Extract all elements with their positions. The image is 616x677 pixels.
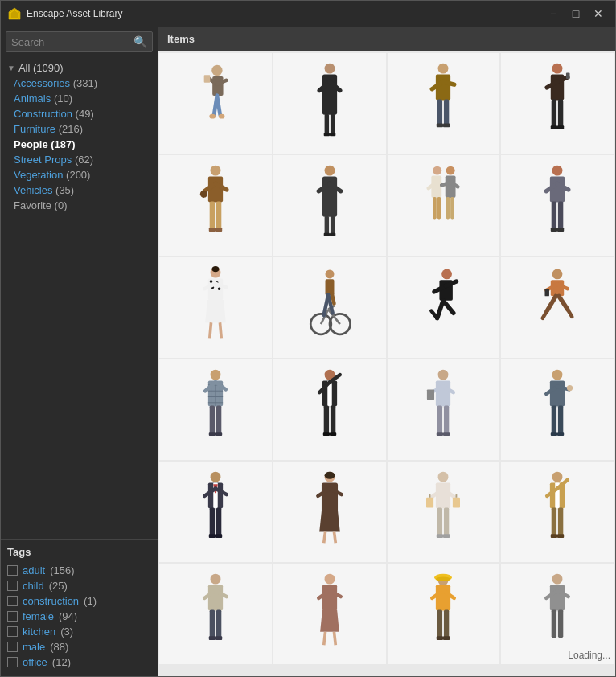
search-icon: 🔍 — [133, 35, 147, 48]
item-22[interactable] — [273, 564, 386, 664]
svg-line-84 — [220, 322, 221, 338]
svg-line-171 — [334, 532, 335, 544]
arrow-icon: ▼ — [7, 64, 15, 72]
tag-construction-checkbox[interactable] — [7, 596, 18, 606]
item-5[interactable] — [159, 155, 272, 256]
content-header: Items — [158, 27, 615, 51]
item-20[interactable] — [501, 462, 614, 562]
item-12[interactable] — [501, 257, 614, 358]
category-label: Accessories — [14, 77, 70, 89]
svg-line-109 — [543, 311, 547, 318]
item-3[interactable] — [388, 53, 500, 154]
svg-marker-169 — [319, 511, 340, 531]
tag-male-checkbox[interactable] — [7, 642, 18, 652]
svg-point-102 — [552, 269, 563, 280]
svg-point-154 — [210, 472, 220, 482]
person-figure-23 — [419, 572, 467, 656]
svg-rect-162 — [209, 534, 216, 538]
item-24[interactable]: Loading... — [501, 564, 614, 664]
category-vehicles[interactable]: Vehicles (35) — [1, 183, 158, 198]
svg-point-165 — [324, 472, 335, 479]
svg-rect-134 — [322, 432, 329, 436]
tag-female[interactable]: female (94) — [7, 609, 151, 624]
item-18[interactable] — [273, 462, 386, 562]
person-figure-6 — [306, 163, 354, 248]
item-19[interactable] — [388, 462, 500, 562]
svg-rect-25 — [437, 124, 443, 128]
close-button[interactable]: ✕ — [588, 5, 609, 23]
item-21[interactable] — [159, 564, 272, 664]
category-furniture[interactable]: Furniture (216) — [1, 121, 158, 137]
category-construction[interactable]: Construction (49) — [1, 106, 158, 121]
svg-rect-44 — [216, 228, 222, 232]
tag-office-checkbox[interactable] — [7, 657, 18, 667]
svg-rect-58 — [437, 197, 441, 219]
category-all[interactable]: ▼ All (1090) — [1, 60, 158, 76]
tag-child[interactable]: child (25) — [7, 578, 151, 593]
svg-rect-178 — [453, 498, 460, 508]
tag-female-checkbox[interactable] — [7, 611, 18, 622]
svg-line-110 — [568, 310, 572, 317]
svg-marker-82 — [205, 300, 226, 322]
item-7[interactable] — [388, 155, 500, 256]
category-street-props[interactable]: Street Props (62) — [1, 152, 158, 167]
svg-rect-23 — [437, 99, 442, 125]
search-input[interactable] — [11, 36, 133, 48]
category-people[interactable]: People (187) — [1, 137, 158, 152]
svg-rect-105 — [545, 289, 549, 296]
item-16[interactable] — [501, 359, 614, 460]
items-grid: Loading... — [158, 51, 615, 676]
item-1[interactable] — [159, 53, 272, 154]
item-23[interactable] — [388, 564, 500, 664]
item-15[interactable] — [388, 359, 500, 460]
item-6[interactable] — [273, 155, 386, 256]
svg-point-76 — [210, 280, 213, 283]
svg-rect-132 — [323, 405, 328, 433]
svg-point-145 — [552, 370, 563, 380]
item-2[interactable] — [273, 53, 386, 154]
item-9[interactable] — [159, 257, 272, 358]
svg-rect-133 — [331, 405, 335, 433]
item-14[interactable] — [273, 359, 386, 460]
item-13[interactable] — [159, 359, 272, 460]
svg-rect-34 — [551, 125, 557, 129]
tag-kitchen[interactable]: kitchen (3) — [7, 624, 151, 639]
maximize-button[interactable]: □ — [565, 5, 586, 23]
svg-rect-151 — [558, 405, 563, 433]
item-11[interactable] — [388, 257, 500, 358]
tag-kitchen-checkbox[interactable] — [7, 626, 18, 637]
title-bar: Enscape Asset Library − □ ✕ — [1, 1, 615, 27]
category-favorite[interactable]: Favorite (0) — [1, 198, 158, 213]
search-bar[interactable]: 🔍 — [6, 31, 153, 52]
item-4[interactable] — [501, 53, 614, 154]
svg-rect-41 — [210, 201, 215, 229]
minimize-button[interactable]: − — [543, 5, 564, 23]
svg-point-59 — [446, 166, 455, 175]
item-17[interactable] — [159, 462, 272, 562]
tag-construction[interactable]: construction (1) — [7, 593, 151, 609]
svg-rect-30 — [566, 73, 570, 79]
svg-rect-64 — [451, 197, 455, 219]
tag-adult-checkbox[interactable] — [7, 565, 18, 576]
tag-adult[interactable]: adult (156) — [7, 563, 151, 578]
category-vegetation[interactable]: Vegetation (200) — [1, 167, 158, 183]
tag-child-checkbox[interactable] — [7, 581, 18, 591]
person-figure-5 — [191, 163, 240, 248]
content-area: Items — [158, 27, 615, 676]
svg-rect-16 — [331, 114, 335, 135]
svg-rect-135 — [330, 432, 336, 436]
svg-rect-125 — [216, 432, 222, 436]
tag-office[interactable]: office (12) — [7, 654, 151, 670]
svg-line-101 — [432, 311, 437, 318]
svg-point-10 — [219, 114, 225, 119]
svg-rect-202 — [322, 585, 336, 610]
item-8[interactable] — [501, 155, 614, 256]
svg-rect-139 — [427, 389, 434, 400]
category-accessories[interactable]: Accessories (331) — [1, 76, 158, 91]
svg-rect-18 — [330, 133, 335, 136]
category-animals[interactable]: Animals (10) — [1, 91, 158, 106]
svg-point-210 — [436, 576, 450, 581]
tag-male[interactable]: male (88) — [7, 639, 151, 654]
svg-rect-182 — [437, 534, 443, 538]
item-10[interactable] — [273, 257, 386, 358]
